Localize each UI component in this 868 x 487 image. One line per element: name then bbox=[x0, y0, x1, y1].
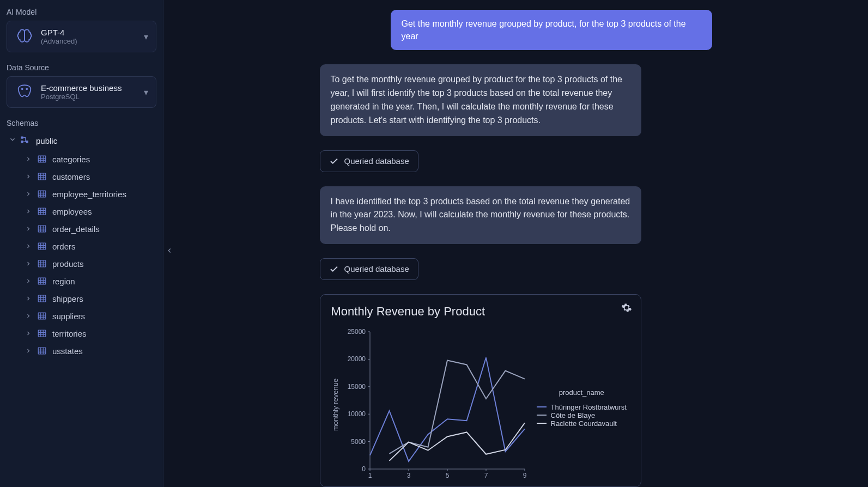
ai-model-sub: (Advanced) bbox=[41, 37, 137, 45]
svg-text:5: 5 bbox=[445, 472, 449, 479]
svg-rect-30 bbox=[38, 243, 46, 249]
chevron-right-icon bbox=[25, 277, 32, 286]
table-icon bbox=[37, 154, 47, 164]
schema-icon bbox=[20, 135, 32, 146]
svg-text:1: 1 bbox=[368, 472, 372, 479]
table-name: categories bbox=[52, 155, 90, 164]
table-item-customers[interactable]: customers bbox=[7, 168, 156, 185]
table-icon bbox=[37, 346, 47, 356]
chevron-down-icon: ▾ bbox=[144, 87, 148, 98]
svg-rect-35 bbox=[38, 260, 46, 267]
table-item-shippers[interactable]: shippers bbox=[7, 290, 156, 307]
svg-rect-55 bbox=[38, 330, 46, 337]
chevron-right-icon bbox=[25, 207, 32, 216]
table-icon bbox=[37, 328, 47, 338]
data-source-selector[interactable]: E-commerce business PostgreSQL ▾ bbox=[7, 76, 156, 108]
legend-label: Thüringer Rostbratwurst bbox=[551, 403, 627, 411]
svg-rect-15 bbox=[38, 191, 46, 197]
chart-card: Monthly Revenue by Product monthly reven… bbox=[320, 294, 641, 487]
svg-text:7: 7 bbox=[484, 472, 488, 479]
table-item-region[interactable]: region bbox=[7, 272, 156, 290]
table-icon bbox=[37, 311, 47, 321]
svg-rect-60 bbox=[38, 348, 46, 354]
table-icon bbox=[37, 294, 47, 303]
legend-label: Côte de Blaye bbox=[551, 411, 596, 419]
ai-model-section: AI Model GPT-4 (Advanced) ▾ bbox=[7, 8, 156, 52]
svg-point-0 bbox=[22, 88, 23, 89]
table-name: suppliers bbox=[52, 312, 85, 321]
pill-label: Queried database bbox=[344, 264, 409, 273]
table-name: region bbox=[52, 277, 75, 286]
chart-plot: 050001000015000200002500013579 bbox=[343, 328, 528, 481]
table-icon bbox=[37, 259, 47, 269]
ai-message: I have identified the top 3 products bas… bbox=[320, 186, 641, 244]
table-name: orders bbox=[52, 242, 76, 251]
chevron-right-icon bbox=[25, 312, 32, 321]
chevron-right-icon bbox=[25, 346, 32, 356]
svg-rect-4 bbox=[26, 141, 28, 143]
legend-item: Thüringer Rostbratwurst bbox=[537, 403, 627, 411]
svg-rect-40 bbox=[38, 278, 46, 284]
table-item-order_details[interactable]: order_details bbox=[7, 220, 156, 238]
svg-rect-50 bbox=[38, 313, 46, 319]
sidebar: AI Model GPT-4 (Advanced) ▾ Data Source bbox=[0, 0, 163, 487]
main-pane: Get the monthly revenue grouped by produ… bbox=[163, 0, 868, 487]
table-item-employees[interactable]: employees bbox=[7, 203, 156, 220]
chevron-right-icon bbox=[25, 294, 32, 303]
svg-point-1 bbox=[26, 88, 27, 89]
table-icon bbox=[37, 206, 47, 216]
gear-icon[interactable] bbox=[621, 302, 632, 315]
data-source-label: Data Source bbox=[7, 63, 156, 72]
postgres-icon bbox=[15, 82, 34, 102]
legend-item: Raclette Courdavault bbox=[537, 419, 627, 428]
data-source-title: E-commerce business bbox=[41, 83, 137, 93]
chevron-down-icon: ▾ bbox=[144, 32, 148, 42]
svg-rect-10 bbox=[38, 173, 46, 180]
chevron-right-icon bbox=[25, 242, 32, 251]
legend-title: product_name bbox=[537, 388, 627, 397]
legend-swatch bbox=[537, 406, 547, 407]
data-source-section: Data Source E-commerce business PostgreS… bbox=[7, 63, 156, 108]
schema-root[interactable]: public bbox=[7, 132, 156, 149]
table-item-employee_territories[interactable]: employee_territories bbox=[7, 185, 156, 203]
chevron-right-icon bbox=[25, 155, 32, 164]
chart-title: Monthly Revenue by Product bbox=[331, 305, 630, 319]
table-name: customers bbox=[52, 172, 90, 181]
schemas-section: Schemas public categoriescustomersemploy… bbox=[7, 119, 156, 360]
svg-text:0: 0 bbox=[362, 465, 366, 473]
legend-swatch bbox=[537, 423, 547, 424]
table-item-products[interactable]: products bbox=[7, 255, 156, 272]
table-item-suppliers[interactable]: suppliers bbox=[7, 307, 156, 325]
table-name: employee_territories bbox=[52, 190, 126, 199]
svg-rect-5 bbox=[38, 156, 46, 162]
svg-text:15000: 15000 bbox=[347, 383, 366, 391]
chevron-right-icon bbox=[25, 190, 32, 199]
table-item-usstates[interactable]: usstates bbox=[7, 342, 156, 360]
svg-rect-45 bbox=[38, 295, 46, 302]
table-name: order_details bbox=[52, 224, 100, 234]
pill-label: Queried database bbox=[344, 156, 409, 166]
svg-rect-20 bbox=[38, 208, 46, 215]
table-icon bbox=[37, 189, 47, 199]
queried-database-pill[interactable]: Queried database bbox=[320, 150, 418, 172]
chevron-right-icon bbox=[25, 259, 32, 269]
svg-rect-3 bbox=[21, 141, 23, 143]
ai-message: To get the monthly revenue grouped by pr… bbox=[320, 64, 641, 136]
user-message: Get the monthly revenue grouped by produ… bbox=[391, 10, 712, 50]
chevron-right-icon bbox=[25, 172, 32, 181]
ai-model-selector[interactable]: GPT-4 (Advanced) ▾ bbox=[7, 21, 156, 52]
svg-rect-25 bbox=[38, 226, 46, 232]
table-name: employees bbox=[52, 207, 92, 216]
legend-item: Côte de Blaye bbox=[537, 411, 627, 419]
table-item-categories[interactable]: categories bbox=[7, 150, 156, 168]
table-name: products bbox=[52, 259, 84, 269]
svg-text:10000: 10000 bbox=[347, 410, 366, 418]
table-item-territories[interactable]: territories bbox=[7, 325, 156, 342]
chevron-right-icon bbox=[25, 224, 32, 234]
chart-legend: product_name Thüringer RostbratwurstCôte… bbox=[537, 328, 627, 481]
table-item-orders[interactable]: orders bbox=[7, 238, 156, 255]
schema-name: public bbox=[36, 136, 57, 145]
svg-rect-2 bbox=[21, 137, 23, 139]
table-icon bbox=[37, 276, 47, 286]
queried-database-pill[interactable]: Queried database bbox=[320, 258, 418, 280]
